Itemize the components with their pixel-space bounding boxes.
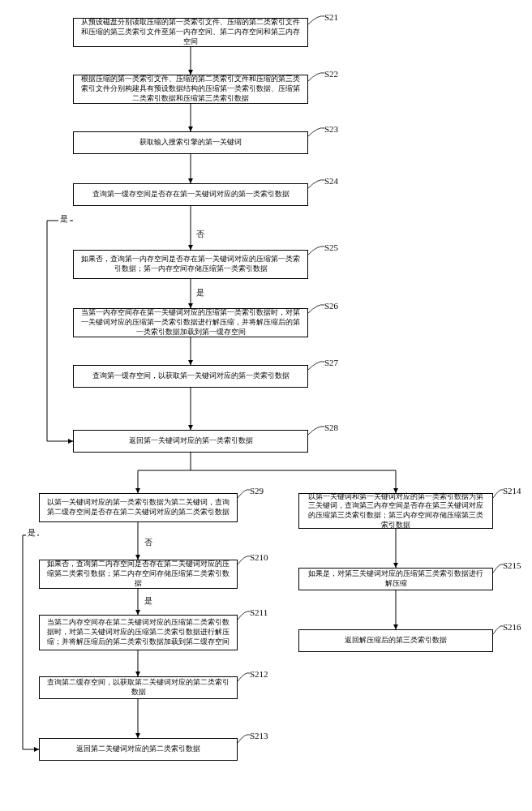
label-s22: S22 xyxy=(324,68,338,79)
label-s29: S29 xyxy=(250,485,264,496)
label-s28: S28 xyxy=(324,422,338,433)
step-text: 以第一关键词和第一关键词对应的第一类索引数据为第三关键词，查询第三内存空间是否存… xyxy=(306,492,486,530)
label-s215: S215 xyxy=(503,560,521,571)
step-text: 从预设磁盘分别读取压缩的第一类索引文件、压缩的第二类索引文件和压缩的第三类索引文… xyxy=(80,18,301,46)
step-text: 以第一关键词对应的第一类索引数据为第二关键词，查询第二缓存空间是否存在第二关键词… xyxy=(46,498,230,517)
edge-s210-yes: 是 xyxy=(143,595,154,606)
label-s24: S24 xyxy=(324,175,338,187)
step-s210: 如果否，查询第二内存空间是否存在第二关键词对应的压缩第二类索引数据；第二内存空间… xyxy=(39,560,238,589)
step-s21: 从预设磁盘分别读取压缩的第一类索引文件、压缩的第二类索引文件和压缩的第三类索引文… xyxy=(73,18,308,47)
step-s23: 获取输入搜索引擎的第一关键词 xyxy=(73,131,308,154)
step-text: 查询第一缓存空间，以获取第一关键词对应的第一类索引数据 xyxy=(92,371,290,381)
step-s216: 返回解压缩后的第三类索引数据 xyxy=(298,629,493,652)
step-text: 返回第二关键词对应的第二类索引数据 xyxy=(76,744,200,754)
step-text: 如果否，查询第二内存空间是否存在第二关键词对应的压缩第二类索引数据；第二内存空间… xyxy=(46,560,230,588)
step-s22: 根据压缩的第一类索引文件、压缩的第二类索引文件和压缩的第三类索引文件分别构建具有… xyxy=(73,75,308,104)
step-s213: 返回第二关键词对应的第二类索引数据 xyxy=(39,738,238,761)
edge-s29-no: 否 xyxy=(143,537,154,547)
label-s214: S214 xyxy=(503,485,521,496)
step-s28: 返回第一关键词对应的第一类索引数据 xyxy=(73,430,308,453)
edge-s24-yes: 是 xyxy=(58,213,70,224)
label-s21: S21 xyxy=(324,11,338,23)
step-text: 根据压缩的第一类索引文件、压缩的第二类索引文件和压缩的第三类索引文件分别构建具有… xyxy=(80,75,301,103)
step-text: 查询第一缓存空间是否存在第一关键词对应的第一类索引数据 xyxy=(92,190,290,200)
edge-s24-no: 否 xyxy=(195,229,206,239)
label-s216: S216 xyxy=(503,621,521,633)
step-s211: 当第二内存空间存在第二关键词对应的压缩第二类索引数据时，对第二关键词对应的压缩第… xyxy=(39,615,238,650)
step-text: 获取输入搜索引擎的第一关键词 xyxy=(139,138,242,148)
step-s29: 以第一关键词对应的第一类索引数据为第二关键词，查询第二缓存空间是否存在第二关键词… xyxy=(39,493,238,522)
step-text: 返回解压缩后的第三类索引数据 xyxy=(345,636,447,646)
step-text: 当第二内存空间存在第二关键词对应的压缩第二类索引数据时，对第二关键词对应的压缩第… xyxy=(46,618,230,646)
label-s23: S23 xyxy=(324,123,338,135)
step-text: 如果是，对第三关键词对应的压缩第三类索引数据进行解压缩 xyxy=(306,569,486,588)
step-text: 返回第一关键词对应的第一类索引数据 xyxy=(129,436,253,446)
edge-s25-yes: 是 xyxy=(195,287,206,298)
label-s210: S210 xyxy=(250,551,268,563)
step-s214: 以第一关键词和第一关键词对应的第一类索引数据为第三关键词，查询第三内存空间是否存… xyxy=(298,493,493,529)
label-s211: S211 xyxy=(250,607,268,618)
step-text: 如果否，查询第一内存空间是否存在第一关键词对应的压缩第一类索引数据；第一内存空间… xyxy=(80,255,301,273)
step-text: 查询第二缓存空间，以获取第二关键词对应的第二类索引数据 xyxy=(46,678,230,697)
step-s212: 查询第二缓存空间，以获取第二关键词对应的第二类索引数据 xyxy=(39,676,238,699)
step-s24: 查询第一缓存空间是否存在第一关键词对应的第一类索引数据 xyxy=(73,183,308,206)
edge-s29-yes: 是 xyxy=(26,527,37,538)
label-s27: S27 xyxy=(324,357,338,368)
step-s25: 如果否，查询第一内存空间是否存在第一关键词对应的压缩第一类索引数据；第一内存空间… xyxy=(73,250,308,279)
step-s26: 当第一内存空间存在第一关键词对应的压缩第一类索引数据时，对第一关键词对应的压缩第… xyxy=(73,308,308,337)
label-s213: S213 xyxy=(250,730,268,741)
label-s26: S26 xyxy=(324,300,338,311)
label-s25: S25 xyxy=(324,242,338,253)
step-s215: 如果是，对第三关键词对应的压缩第三类索引数据进行解压缩 xyxy=(298,568,493,590)
label-s212: S212 xyxy=(250,668,268,680)
step-s27: 查询第一缓存空间，以获取第一关键词对应的第一类索引数据 xyxy=(73,365,308,388)
step-text: 当第一内存空间存在第一关键词对应的压缩第一类索引数据时，对第一关键词对应的压缩第… xyxy=(80,308,301,337)
